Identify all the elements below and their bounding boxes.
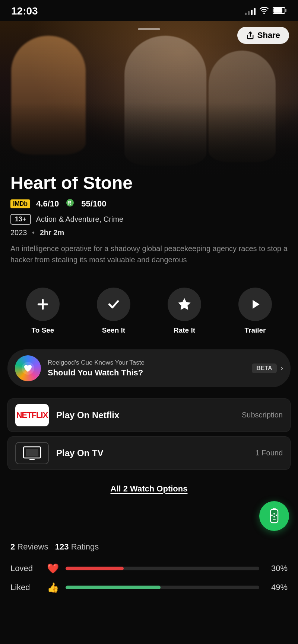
tv-detail: 1 Found bbox=[256, 449, 283, 457]
fab-container bbox=[0, 497, 298, 535]
chevron-right-icon: › bbox=[280, 363, 283, 373]
signal-icon bbox=[245, 7, 256, 15]
rate-it-label: Rate It bbox=[174, 326, 195, 334]
ratings-row: IMDb 4.6/10 R 55/100 bbox=[10, 198, 288, 209]
action-buttons: To See Seen It Rate It Trailer bbox=[0, 276, 298, 342]
wifi-icon bbox=[259, 7, 269, 16]
reviews-header: 2 Reviews 123 Ratings bbox=[10, 542, 288, 552]
scroll-indicator bbox=[138, 28, 160, 30]
status-time: 12:03 bbox=[11, 5, 38, 17]
tv-option[interactable]: Play On TV 1 Found bbox=[7, 436, 291, 470]
plus-icon bbox=[35, 297, 50, 312]
checkmark-icon bbox=[106, 297, 121, 312]
loved-emoji: ❤️ bbox=[46, 563, 60, 574]
loved-pct: 30% bbox=[265, 564, 288, 573]
all-options-link[interactable]: All 2 Watch Options bbox=[111, 484, 188, 493]
liked-emoji: 👍 bbox=[46, 582, 60, 593]
svg-rect-2 bbox=[273, 8, 282, 13]
share-icon bbox=[246, 31, 254, 39]
streaming-section: NETFLIX Play On Netflix Subscription Pla… bbox=[0, 391, 298, 478]
liked-pct: 49% bbox=[265, 583, 288, 592]
liked-bar-fill bbox=[66, 586, 161, 589]
genre-text: Action & Adventure, Crime bbox=[36, 215, 124, 224]
duration: 2hr 2m bbox=[40, 228, 64, 237]
svg-point-10 bbox=[273, 516, 275, 518]
status-icons bbox=[245, 7, 287, 16]
rate-it-button[interactable]: Rate It bbox=[168, 288, 201, 334]
imdb-score: 4.6/10 bbox=[36, 199, 59, 209]
review-count: 2 bbox=[10, 542, 15, 551]
beta-badge: BETA bbox=[252, 363, 276, 373]
rotten-score: 55/100 bbox=[81, 199, 106, 209]
status-bar: 12:03 bbox=[0, 0, 298, 21]
tv-icon bbox=[23, 446, 41, 460]
liked-bar-track bbox=[66, 586, 259, 589]
all-options: All 2 Watch Options bbox=[0, 478, 298, 497]
cue-heart-icon bbox=[22, 362, 34, 375]
year-duration: 2023 • 2hr 2m bbox=[10, 228, 288, 237]
svg-point-11 bbox=[271, 515, 273, 516]
age-rating-badge: 13+ bbox=[10, 214, 31, 225]
seen-it-label: Seen It bbox=[102, 326, 125, 334]
netflix-option[interactable]: NETFLIX Play On Netflix Subscription bbox=[7, 398, 291, 432]
tv-logo bbox=[15, 442, 49, 464]
svg-rect-13 bbox=[273, 519, 276, 520]
cue-banner[interactable]: Reelgood's Cue Knows Your Taste Should Y… bbox=[7, 349, 291, 387]
svg-text:R: R bbox=[67, 200, 71, 206]
svg-rect-7 bbox=[26, 449, 38, 456]
reviews-section: 2 Reviews 123 Ratings Loved ❤️ 30% Liked… bbox=[0, 535, 298, 612]
liked-bar-row: Liked 👍 49% bbox=[10, 582, 288, 593]
share-button[interactable]: Share bbox=[237, 27, 289, 44]
movie-info: Heart of Stone IMDb 4.6/10 R 55/100 13+ … bbox=[0, 173, 298, 276]
loved-bar-track bbox=[66, 567, 259, 570]
rotten-tomatoes-icon: R bbox=[65, 198, 75, 209]
cue-right: BETA › bbox=[252, 363, 283, 373]
imdb-badge: IMDb bbox=[10, 199, 30, 208]
battery-icon bbox=[273, 7, 287, 16]
netflix-logo: NETFLIX bbox=[15, 404, 49, 426]
cue-subtitle: Reelgood's Cue Knows Your Taste bbox=[48, 359, 245, 366]
loved-label: Loved bbox=[10, 564, 40, 573]
trailer-button[interactable]: Trailer bbox=[238, 288, 272, 334]
cue-text: Reelgood's Cue Knows Your Taste Should Y… bbox=[48, 359, 245, 378]
cue-logo bbox=[15, 355, 41, 381]
seen-it-button[interactable]: Seen It bbox=[97, 288, 130, 334]
netflix-label: Play On Netflix bbox=[56, 410, 242, 420]
remote-icon bbox=[266, 508, 282, 524]
remote-fab-button[interactable] bbox=[259, 501, 289, 531]
to-see-label: To See bbox=[32, 326, 54, 334]
loved-bar-fill bbox=[66, 567, 124, 570]
svg-rect-6 bbox=[29, 459, 35, 460]
star-icon bbox=[177, 297, 192, 312]
svg-point-9 bbox=[273, 513, 275, 515]
trailer-label: Trailer bbox=[244, 326, 266, 334]
loved-bar-row: Loved ❤️ 30% bbox=[10, 563, 288, 574]
movie-description: An intelligence operative for a shadowy … bbox=[10, 243, 288, 265]
tv-label: Play On TV bbox=[56, 448, 256, 458]
ratings-count: 123 bbox=[55, 542, 69, 551]
svg-point-12 bbox=[276, 515, 277, 516]
play-icon bbox=[248, 297, 263, 312]
to-see-button[interactable]: To See bbox=[26, 288, 60, 334]
meta-row: 13+ Action & Adventure, Crime bbox=[10, 214, 288, 225]
year: 2023 bbox=[10, 228, 27, 237]
liked-label: Liked bbox=[10, 583, 40, 592]
cue-title: Should You Watch This? bbox=[48, 368, 245, 378]
svg-rect-1 bbox=[285, 9, 286, 12]
netflix-detail: Subscription bbox=[242, 411, 283, 419]
hero-image: Share bbox=[0, 21, 298, 177]
